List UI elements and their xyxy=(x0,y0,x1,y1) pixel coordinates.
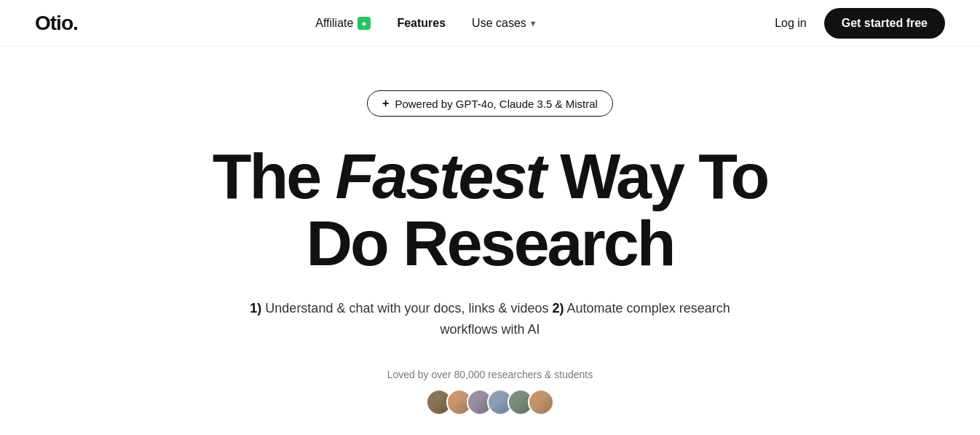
hero-title-italic: Fastest xyxy=(336,140,545,212)
user-avatar-6 xyxy=(528,389,554,415)
hero-title-part2: Way To xyxy=(545,140,768,212)
hero-title-line2: Do Research xyxy=(306,207,673,279)
logo[interactable]: Otio. xyxy=(35,12,78,35)
subtitle-num1: 1) xyxy=(250,301,261,316)
nav-center: Affiliate ◆ Features Use cases ▼ xyxy=(315,17,537,30)
social-proof-text: Loved by over 80,000 researchers & stude… xyxy=(387,369,593,380)
get-started-button[interactable]: Get started free xyxy=(824,8,945,39)
social-proof: Loved by over 80,000 researchers & stude… xyxy=(387,369,593,415)
affiliate-diamond-icon: ◆ xyxy=(357,17,371,30)
hero-title-part1: The xyxy=(213,140,336,212)
badge-text: Powered by GPT-4o, Claude 3.5 & Mistral xyxy=(395,98,597,110)
nav-right: Log in Get started free xyxy=(775,8,945,39)
login-link[interactable]: Log in xyxy=(775,17,807,30)
features-link[interactable]: Features xyxy=(397,17,446,30)
subtitle-num2: 2) xyxy=(553,301,564,316)
avatar-group xyxy=(426,389,554,415)
hero-section: + Powered by GPT-4o, Claude 3.5 & Mistra… xyxy=(0,47,980,435)
subtitle-text1: Understand & chat with your docs, links … xyxy=(265,301,552,316)
affiliate-link[interactable]: Affiliate ◆ xyxy=(315,17,371,30)
plus-icon: + xyxy=(382,97,389,110)
chevron-down-icon: ▼ xyxy=(529,19,537,28)
hero-subtitle: 1) Understand & chat with your docs, lin… xyxy=(242,298,738,340)
hero-title: The Fastest Way To Do Research xyxy=(213,143,768,278)
use-cases-dropdown[interactable]: Use cases ▼ xyxy=(472,17,537,30)
powered-badge: + Powered by GPT-4o, Claude 3.5 & Mistra… xyxy=(367,90,613,117)
navbar: Otio. Affiliate ◆ Features Use cases ▼ L… xyxy=(0,0,980,47)
